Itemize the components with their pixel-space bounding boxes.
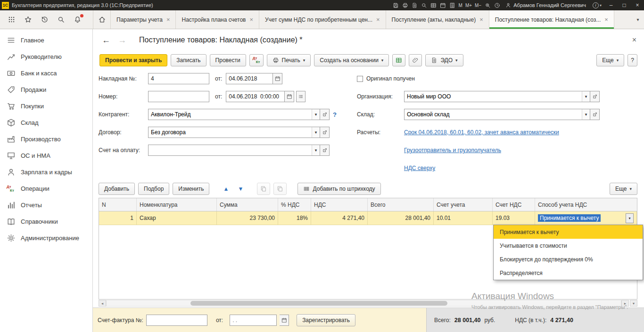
maximize-button[interactable]: □ bbox=[618, 0, 631, 10]
tab-close-icon[interactable]: × bbox=[250, 16, 254, 23]
search-icon[interactable] bbox=[420, 0, 429, 10]
organization-input[interactable] bbox=[405, 91, 582, 102]
show-postings-dtkt-button[interactable]: ДтКт bbox=[249, 54, 264, 66]
table-row[interactable]: 1 Сахар 23 730,00 18% 4 271,40 28 001,40… bbox=[99, 211, 637, 225]
calendar-icon[interactable] bbox=[280, 315, 289, 326]
sidebar-item-rukovoditelyu[interactable]: Руководителю bbox=[0, 49, 92, 65]
write-button[interactable]: Записать bbox=[171, 54, 206, 66]
chevron-down-icon[interactable]: ▾ bbox=[312, 109, 320, 120]
sidebar-item-bank-i-kassa[interactable]: Банк и касса bbox=[0, 65, 92, 81]
chevron-down-icon[interactable]: ▾ bbox=[312, 145, 320, 155]
print-preview-icon[interactable] bbox=[410, 0, 420, 10]
number-date-input[interactable] bbox=[226, 91, 285, 102]
copy-row-button[interactable] bbox=[257, 183, 270, 195]
settlements-link[interactable]: Срок 04.06.2018, 60.01, 60.02, зачет ава… bbox=[404, 129, 559, 136]
main-menu-icon[interactable] bbox=[8, 16, 16, 24]
window-close-button[interactable]: × bbox=[631, 0, 644, 10]
column-header-total[interactable]: Всего bbox=[368, 198, 434, 211]
cell-account[interactable]: 10.01 bbox=[434, 211, 493, 225]
attachments-button[interactable] bbox=[409, 54, 422, 66]
sidebar-item-pokupki[interactable]: Покупки bbox=[0, 98, 92, 114]
list-icon[interactable] bbox=[296, 91, 305, 102]
save-icon[interactable] bbox=[391, 0, 401, 10]
register-invoice-button[interactable]: Зарегистрировать bbox=[297, 314, 355, 326]
column-header-vat-account[interactable]: Счет НДС bbox=[493, 198, 535, 211]
paste-row-button[interactable] bbox=[273, 183, 287, 195]
create-on-basis-button[interactable]: Создать на основании▾ bbox=[314, 54, 389, 66]
chevron-down-icon[interactable]: ▾ bbox=[312, 127, 320, 138]
tab-close-icon[interactable]: × bbox=[604, 16, 608, 23]
sidebar-item-spravochniki[interactable]: Справочники bbox=[0, 213, 92, 230]
scrollbar-track[interactable] bbox=[106, 300, 621, 307]
scroll-right-arrow[interactable]: ► bbox=[621, 300, 629, 307]
tab-postuplenie-tovarov-active[interactable]: Поступление товаров: Накладная (соз... × bbox=[489, 10, 614, 29]
tab-close-icon[interactable]: × bbox=[479, 16, 483, 23]
calendar-icon[interactable] bbox=[285, 91, 294, 102]
tab-close-icon[interactable]: × bbox=[376, 16, 380, 23]
print-button[interactable]: Печать▾ bbox=[267, 54, 311, 66]
notifications-bell-icon[interactable] bbox=[74, 16, 82, 24]
clock-icon[interactable] bbox=[492, 0, 502, 10]
zoom-in-icon[interactable] bbox=[483, 0, 492, 10]
post-button[interactable]: Провести bbox=[210, 54, 246, 66]
back-arrow-button[interactable]: ← bbox=[100, 35, 112, 45]
cell-n[interactable]: 1 bbox=[99, 211, 137, 225]
calendar-icon[interactable] bbox=[438, 0, 448, 10]
chevron-down-icon[interactable]: ▾ bbox=[582, 91, 590, 102]
tab-nastroyka-plana-schetov[interactable]: Настройка плана счетов × bbox=[176, 10, 259, 29]
forward-arrow-button[interactable]: → bbox=[116, 35, 128, 45]
tab-home[interactable] bbox=[93, 10, 111, 29]
sidebar-item-sklad[interactable]: Склад bbox=[0, 114, 92, 131]
invoice-factura-date-input[interactable] bbox=[230, 315, 277, 326]
cell-vat-method[interactable]: Принимается к вычету ▾ bbox=[535, 211, 637, 225]
invoice-date-input[interactable] bbox=[226, 73, 273, 84]
scroll-down-arrow[interactable]: ▼ bbox=[630, 300, 637, 307]
dropdown-option-prinimaetsya[interactable]: Принимается к вычету bbox=[494, 225, 643, 239]
dropdown-option-raspredelyaetsya[interactable]: Распределяется bbox=[494, 266, 643, 280]
column-header-nomenclature[interactable]: Номенклатура bbox=[137, 198, 217, 211]
payment-invoice-input[interactable] bbox=[149, 145, 312, 155]
pick-button[interactable]: Подбор bbox=[138, 183, 169, 195]
open-counterparty-icon[interactable] bbox=[320, 109, 330, 120]
document-close-icon[interactable]: × bbox=[632, 36, 636, 44]
sidebar-item-administrirovanie[interactable]: Администрирование bbox=[0, 230, 92, 246]
tab-postuplenie-akty[interactable]: Поступление (акты, накладные) × bbox=[386, 10, 489, 29]
warehouse-input[interactable] bbox=[405, 109, 582, 120]
invoice-no-input[interactable] bbox=[148, 73, 209, 84]
calculator-icon[interactable] bbox=[448, 0, 457, 10]
chevron-down-icon[interactable]: ▾ bbox=[582, 109, 590, 120]
sidebar-item-glavnoe[interactable]: Главное bbox=[0, 32, 92, 49]
table-icon[interactable] bbox=[429, 0, 438, 10]
help-button[interactable]: ? bbox=[627, 54, 637, 66]
column-header-account[interactable]: Счет учета bbox=[434, 198, 493, 211]
counterparty-input[interactable] bbox=[149, 109, 312, 120]
cell-vat-percent[interactable]: 18% bbox=[278, 211, 311, 225]
vat-method-selected-text[interactable]: Принимается к вычету bbox=[538, 214, 601, 222]
minimize-button[interactable]: – bbox=[604, 0, 618, 10]
cell-sum[interactable]: 23 730,00 bbox=[217, 211, 278, 225]
consignor-link[interactable]: Грузоотправитель и грузополучатель bbox=[404, 147, 501, 154]
counterparty-help-link[interactable]: ? bbox=[333, 111, 337, 118]
memory-m-button[interactable]: M bbox=[457, 3, 464, 8]
global-search-icon[interactable] bbox=[57, 16, 65, 24]
tab-uchet-summ-nds[interactable]: Учет сумм НДС по приобретенным цен... × bbox=[259, 10, 386, 29]
reports-table-button[interactable] bbox=[392, 54, 405, 66]
column-header-vat-percent[interactable]: % НДС bbox=[278, 198, 311, 211]
memory-m-minus-button[interactable]: M− bbox=[473, 3, 483, 8]
history-icon[interactable] bbox=[41, 16, 49, 24]
sidebar-item-os-i-nma[interactable]: ОС и НМА bbox=[0, 147, 92, 164]
favorites-star-icon[interactable] bbox=[24, 16, 32, 24]
sidebar-item-prodazhi[interactable]: Продажи bbox=[0, 81, 92, 98]
sidebar-item-operacii[interactable]: ДтКтОперации bbox=[0, 180, 92, 197]
column-header-sum[interactable]: Сумма bbox=[217, 198, 278, 211]
grid-more-button[interactable]: Еще▾ bbox=[610, 183, 637, 195]
number-input[interactable] bbox=[148, 91, 209, 102]
column-header-vat[interactable]: НДС bbox=[311, 198, 368, 211]
add-row-button[interactable]: Добавить bbox=[99, 183, 135, 195]
column-header-vat-method[interactable]: Способ учета НДС bbox=[535, 198, 637, 211]
dropdown-option-uchityvaetsya[interactable]: Учитывается в стоимости bbox=[494, 239, 643, 252]
memory-m-plus-button[interactable]: M+ bbox=[464, 3, 473, 8]
column-header-n[interactable]: N bbox=[99, 198, 137, 211]
edo-button[interactable]: ЭДО▾ bbox=[425, 54, 463, 66]
print-icon[interactable] bbox=[401, 0, 410, 10]
